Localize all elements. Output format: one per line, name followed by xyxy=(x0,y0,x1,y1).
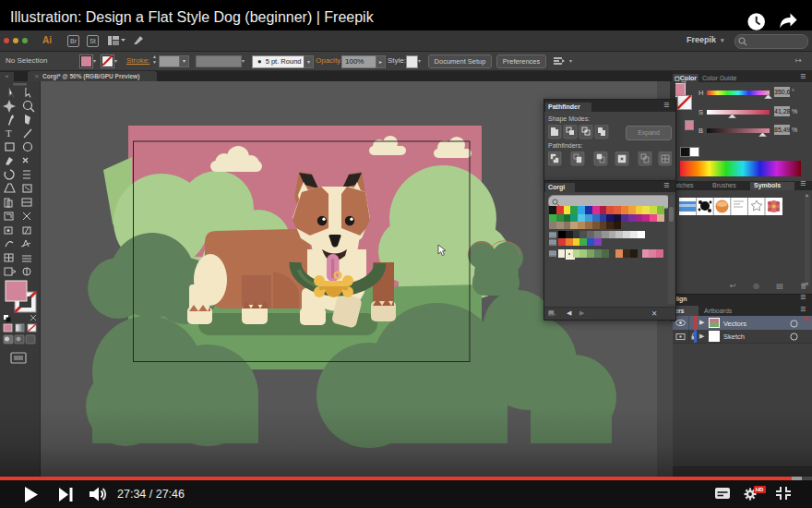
svg-text:T: T xyxy=(6,127,12,139)
